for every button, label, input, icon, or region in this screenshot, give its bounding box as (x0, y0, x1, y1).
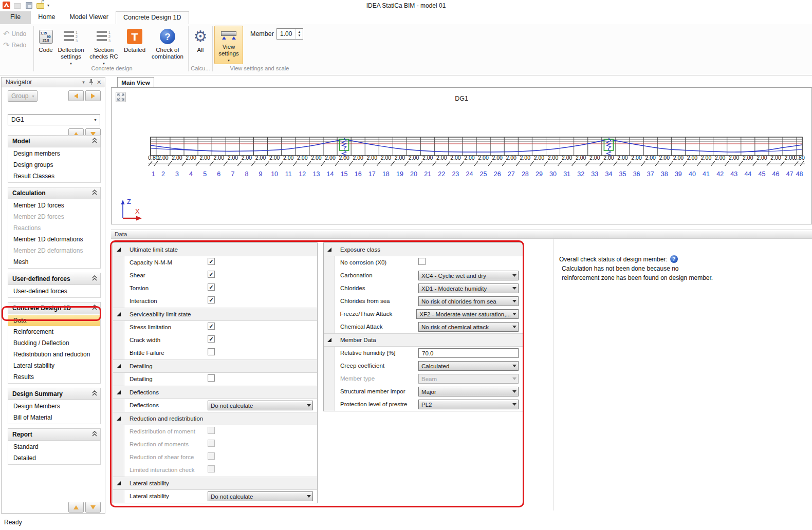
view-settings-button[interactable]: View settings▾ (214, 26, 243, 64)
deflection-settings-button[interactable]: 1 2 3 Deflection settings▾ (56, 26, 86, 71)
navigator-item-mesh[interactable]: Mesh (8, 256, 100, 268)
navigator-item-data[interactable]: Data (8, 315, 100, 326)
navigator-section-header-calculation[interactable]: Calculation (8, 187, 101, 199)
ribbon-tab-file[interactable]: File (0, 11, 31, 24)
collapse-chevron-icon[interactable] (92, 275, 97, 283)
section-header-deflections[interactable]: Deflections (113, 386, 317, 399)
navigator-item-detailed[interactable]: Detailed (8, 452, 100, 464)
brittle-failure-checkbox[interactable] (208, 348, 215, 355)
svg-text:13: 13 (312, 171, 320, 178)
collapse-chevron-icon[interactable] (92, 390, 97, 398)
expander-triangle-icon[interactable] (327, 338, 331, 342)
main-view-canvas[interactable]: DG1 0.8012.0022.0032.0042.0052.0062.0072… (111, 87, 812, 224)
shear-checkbox[interactable]: ✓ (208, 271, 215, 278)
ribbon-tab-home[interactable]: Home (31, 11, 62, 24)
structural-member-impor-dropdown[interactable]: Major (418, 387, 519, 396)
scroll-up-button[interactable] (68, 502, 84, 513)
collapse-chevron-icon[interactable] (92, 190, 97, 197)
section-header-reduction-and-redistribution[interactable]: Reduction and redistribution (113, 412, 317, 425)
expander-triangle-icon[interactable] (117, 481, 121, 485)
expander-triangle-icon[interactable] (117, 248, 121, 252)
navigator-section-header-design-summary[interactable]: Design Summary (8, 388, 101, 400)
navigator-bottom-toolbar (2, 502, 106, 514)
stepper-arrows-icon[interactable]: ▲▼ (296, 29, 303, 39)
deflections-dropdown[interactable]: Do not calculate (208, 401, 313, 410)
expander-triangle-icon[interactable] (117, 312, 121, 316)
code-button[interactable]: 1,15 90 25.8 Code (36, 26, 56, 71)
panel-menu-caret-icon[interactable]: ▾ (80, 80, 87, 85)
navigator-item-result-classes[interactable]: Result Classes (8, 171, 100, 182)
navigator-section-header-user-defined-forces[interactable]: User-defined forces (8, 273, 101, 285)
relative-humidity-input[interactable]: 70.0 (418, 348, 519, 358)
member-scale-stepper[interactable]: 1.00 ▲▼ (276, 28, 303, 40)
previous-group-button[interactable] (68, 90, 84, 101)
section-header-serviceability-limit-state[interactable]: Serviceability limit state (113, 308, 317, 321)
undo-button[interactable]: ↶ Undo (3, 28, 26, 40)
section-header-exposure-class[interactable]: Exposure class (324, 243, 523, 256)
expander-triangle-icon[interactable] (117, 364, 121, 368)
navigator-item-bill-of-material[interactable]: Bill of Material (8, 412, 100, 423)
redo-button[interactable]: ↷ Redo (3, 40, 26, 51)
calculate-all-button[interactable]: ⚙ All (190, 26, 211, 71)
crack-width-checkbox[interactable]: ✓ (208, 335, 215, 343)
help-icon[interactable]: ? (670, 255, 678, 263)
navigator-item-member-1d-deformations[interactable]: Member 1D deformations (8, 234, 100, 245)
capacity-n-m-m-checkbox[interactable]: ✓ (208, 258, 215, 265)
chlorides-from-sea-dropdown[interactable]: No risk of chlorides from sea (418, 296, 519, 306)
close-icon[interactable]: ✕ (95, 79, 103, 86)
stress-limitation-checkbox[interactable]: ✓ (208, 323, 215, 330)
navigator-section-header-model[interactable]: Model (8, 135, 101, 147)
detailed-button[interactable]: T Detailed (122, 26, 147, 71)
navigator-item-design-groups[interactable]: Design groups (8, 159, 100, 171)
creep-coefficient-dropdown[interactable]: Calculated (418, 361, 519, 371)
tab-main-view[interactable]: Main View (117, 77, 154, 88)
ribbon-tab-concrete-design-1d[interactable]: Concrete Design 1D (116, 11, 189, 24)
chlorides-dropdown[interactable]: XD1 - Moderate humidity (418, 283, 519, 293)
navigator-item-buckling-deflection[interactable]: Buckling / Deflection (8, 337, 100, 349)
navigator-item-design-members[interactable]: Design members (8, 148, 100, 159)
expander-triangle-icon[interactable] (117, 390, 121, 394)
interaction-checkbox[interactable]: ✓ (208, 296, 215, 304)
section-header-detailing[interactable]: Detailing (113, 359, 317, 373)
section-checks-rc-button[interactable]: 1 2 3 Section checks RC▾ (87, 26, 120, 71)
navigator-item-results[interactable]: Results (8, 371, 100, 383)
no-corrosion-x0-checkbox[interactable] (418, 258, 426, 265)
svg-text:2.00: 2.00 (283, 155, 294, 161)
lateral-stability-dropdown[interactable]: Do not calculate (208, 491, 313, 501)
pin-icon[interactable] (87, 79, 95, 86)
freeze-thaw-attack-dropdown[interactable]: XF2 - Moderate water saturation,... (416, 309, 519, 319)
svg-text:2.00: 2.00 (186, 155, 196, 161)
torsion-checkbox[interactable]: ✓ (208, 283, 215, 291)
navigator-item-redistribution-and-reduction[interactable]: Redistribution and reduction (8, 349, 100, 360)
collapse-chevron-icon[interactable] (92, 431, 97, 439)
collapse-chevron-icon[interactable] (92, 138, 97, 145)
carbonation-dropdown[interactable]: XC4 - Cyclic wet and dry (418, 271, 519, 280)
navigator-item-lateral-stability[interactable]: Lateral stability (8, 360, 100, 371)
expander-triangle-icon[interactable] (117, 417, 121, 421)
design-group-combobox[interactable]: DG1 ▼ (8, 114, 100, 125)
check-of-combination-button[interactable]: ? Check of combination (149, 26, 187, 71)
svg-text:34: 34 (605, 171, 612, 178)
scroll-down-button[interactable] (85, 502, 101, 513)
navigator-section-header-report[interactable]: Report (8, 428, 101, 441)
navigator-item-member-1d-forces[interactable]: Member 1D forces (8, 200, 100, 211)
navigator-item-user-defined-forces[interactable]: User-defined forces (8, 286, 100, 297)
next-group-button[interactable] (85, 90, 101, 101)
group-mode-button[interactable]: Group ▼ (8, 90, 38, 102)
navigator-item-design-members[interactable]: Design Members (8, 401, 100, 412)
ribbon-tab-model-viewer[interactable]: Model Viewer (63, 11, 116, 24)
expander-triangle-icon[interactable] (327, 248, 331, 252)
protection-level-of-prestre-dropdown[interactable]: PL2 (418, 400, 519, 409)
detailing-checkbox[interactable] (208, 374, 215, 382)
chemical-attack-dropdown[interactable]: No risk of chemical attack (418, 322, 519, 332)
gear-icon: ⚙ (194, 29, 208, 44)
collapse-chevron-icon[interactable] (92, 305, 97, 312)
section-header-lateral-stability[interactable]: Lateral stability (113, 477, 317, 490)
navigator-item-reinforcement[interactable]: Reinforcement (8, 326, 100, 337)
section-header-member-data[interactable]: Member Data (324, 333, 523, 347)
section-header-ultimate-limit-state[interactable]: Ultimate limit state (113, 243, 317, 256)
navigator-section-header-concrete-design-1d[interactable]: Concrete Design 1D (8, 302, 101, 314)
dropdown-caret-icon (305, 404, 312, 407)
navigator-item-standard[interactable]: Standard (8, 441, 100, 452)
dropdown-caret-icon (511, 403, 518, 406)
